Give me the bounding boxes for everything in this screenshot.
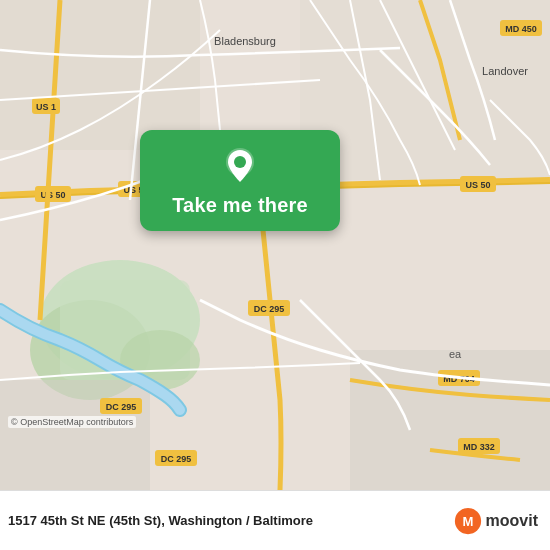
svg-rect-7 (0, 380, 150, 490)
moovit-text: moovit (486, 512, 538, 530)
svg-text:US 1: US 1 (36, 102, 56, 112)
svg-text:Landover: Landover (482, 65, 528, 77)
svg-text:MD 450: MD 450 (505, 24, 537, 34)
moovit-brand-icon: M (454, 507, 482, 535)
address-info: 1517 45th St NE (45th St), Washington / … (8, 513, 313, 528)
bottom-bar: 1517 45th St NE (45th St), Washington / … (0, 490, 550, 550)
svg-text:DC 295: DC 295 (106, 402, 137, 412)
take-me-there-label: Take me there (172, 194, 308, 217)
svg-text:DC 295: DC 295 (161, 454, 192, 464)
svg-point-33 (234, 156, 246, 168)
svg-text:MD 332: MD 332 (463, 442, 495, 452)
svg-text:M: M (462, 514, 473, 529)
svg-text:US 50: US 50 (465, 180, 490, 190)
osm-credit: © OpenStreetMap contributors (8, 416, 136, 428)
location-pin-icon (220, 146, 260, 186)
map-container: US 50 US 50 US 50 US 1 DC 295 DC 295 DC … (0, 0, 550, 490)
address-main: 1517 45th St NE (45th St), Washington / … (8, 513, 313, 528)
svg-rect-5 (0, 0, 200, 150)
svg-text:Bladensburg: Bladensburg (214, 35, 276, 47)
svg-text:ea: ea (449, 348, 462, 360)
svg-text:US 50: US 50 (40, 190, 65, 200)
moovit-logo[interactable]: M moovit (454, 507, 538, 535)
svg-text:DC 295: DC 295 (254, 304, 285, 314)
take-me-there-button[interactable]: Take me there (140, 130, 340, 231)
